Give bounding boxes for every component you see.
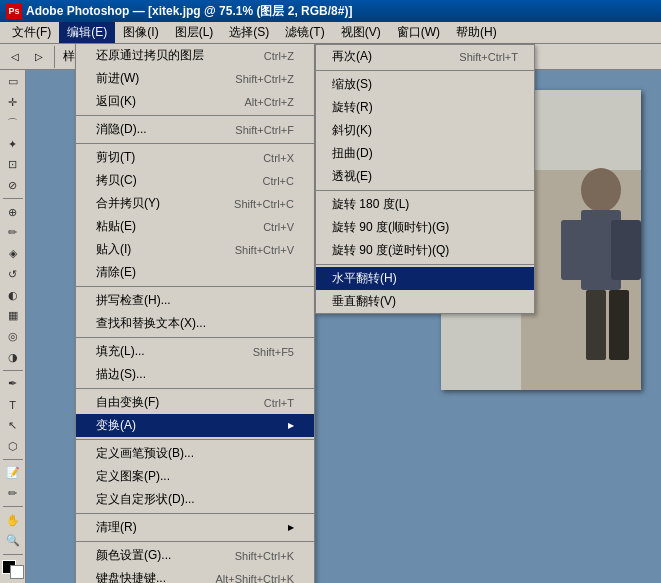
menu-item-define-brush-label: 定义画笔预设(B)... [96, 445, 194, 462]
menu-item-free-transform[interactable]: 自由变换(F) Ctrl+T [76, 391, 314, 414]
menu-item-backward-label: 返回(K) [96, 93, 136, 110]
text-tool[interactable]: T [2, 395, 24, 415]
lasso-tool[interactable]: ⌒ [2, 113, 24, 133]
menu-sep-4 [76, 337, 314, 338]
menu-item-findreplace[interactable]: 查找和替换文本(X)... [76, 312, 314, 335]
menu-item-keyboard-label: 键盘快捷键... [96, 570, 166, 583]
clone-stamp-tool[interactable]: ◈ [2, 244, 24, 264]
move-tool[interactable]: ✛ [2, 93, 24, 113]
menu-item-backward[interactable]: 返回(K) Alt+Ctrl+Z [76, 90, 314, 113]
eraser-tool[interactable]: ◐ [2, 285, 24, 305]
healing-brush-tool[interactable]: ⊕ [2, 202, 24, 222]
menu-item-fade-shortcut: Shift+Ctrl+F [215, 124, 294, 136]
menu-file[interactable]: 文件(F) [4, 22, 59, 43]
title-text: Adobe Photoshop — [xitek.jpg @ 75.1% (图层… [26, 3, 352, 20]
submenu-item-again[interactable]: 再次(A) Shift+Ctrl+T [316, 45, 534, 68]
menu-item-copy-merged-label: 合并拷贝(Y) [96, 195, 160, 212]
toolbar-btn-2[interactable]: ▷ [28, 46, 50, 68]
menu-item-cut-shortcut: Ctrl+X [243, 152, 294, 164]
menu-item-transform[interactable]: 变换(A) [76, 414, 314, 437]
menu-item-color-settings-shortcut: Shift+Ctrl+K [215, 550, 294, 562]
rectangular-marquee-tool[interactable]: ▭ [2, 72, 24, 92]
submenu-item-flip-horizontal[interactable]: 水平翻转(H) [316, 267, 534, 290]
brush-tool[interactable]: ✏ [2, 223, 24, 243]
background-color[interactable] [10, 565, 24, 579]
blur-tool[interactable]: ◎ [2, 327, 24, 347]
history-brush-tool[interactable]: ↺ [2, 265, 24, 285]
toolbox: ▭ ✛ ⌒ ✦ ⊡ ⊘ ⊕ ✏ ◈ ↺ ◐ ▦ ◎ ◑ ✒ T ↖ ⬡ 📝 ✏ … [0, 70, 26, 583]
menu-item-color-settings[interactable]: 颜色设置(G)... Shift+Ctrl+K [76, 544, 314, 567]
submenu-item-scale[interactable]: 缩放(S) [316, 73, 534, 96]
menu-select[interactable]: 选择(S) [221, 22, 277, 43]
submenu-item-rotate90cw-label: 旋转 90 度(顺时针)(G) [332, 219, 449, 236]
menu-item-define-shape[interactable]: 定义自定形状(D)... [76, 488, 314, 511]
menu-item-define-brush[interactable]: 定义画笔预设(B)... [76, 442, 314, 465]
menu-sep-6 [76, 439, 314, 440]
color-swatch[interactable] [2, 560, 24, 580]
menu-item-forward[interactable]: 前进(W) Shift+Ctrl+Z [76, 67, 314, 90]
submenu-item-skew[interactable]: 斜切(K) [316, 119, 534, 142]
menu-item-purge[interactable]: 清理(R) [76, 516, 314, 539]
notes-tool[interactable]: 📝 [2, 463, 24, 483]
menu-item-paste-into[interactable]: 贴入(I) Shift+Ctrl+V [76, 238, 314, 261]
menu-item-copy[interactable]: 拷贝(C) Ctrl+C [76, 169, 314, 192]
shape-tool[interactable]: ⬡ [2, 436, 24, 456]
menu-help[interactable]: 帮助(H) [448, 22, 505, 43]
menu-item-cut[interactable]: 剪切(T) Ctrl+X [76, 146, 314, 169]
menu-sep-3 [76, 286, 314, 287]
menu-item-color-settings-label: 颜色设置(G)... [96, 547, 171, 564]
submenu-item-perspective-label: 透视(E) [332, 168, 372, 185]
menu-view[interactable]: 视图(V) [333, 22, 389, 43]
menu-item-purge-label: 清理(R) [96, 519, 137, 536]
svg-rect-4 [561, 220, 591, 280]
menu-item-clear[interactable]: 清除(E) [76, 261, 314, 284]
submenu-item-again-label: 再次(A) [332, 48, 372, 65]
menu-item-fill[interactable]: 填充(L)... Shift+F5 [76, 340, 314, 363]
menu-item-free-transform-shortcut: Ctrl+T [244, 397, 294, 409]
submenu-item-rotate90ccw[interactable]: 旋转 90 度(逆时针)(Q) [316, 239, 534, 262]
tool-separator-3 [3, 459, 23, 460]
path-selection-tool[interactable]: ↖ [2, 416, 24, 436]
dodge-tool[interactable]: ◑ [2, 347, 24, 367]
menu-sep-1 [76, 115, 314, 116]
submenu-item-again-shortcut: Shift+Ctrl+T [439, 51, 518, 63]
menu-item-paste[interactable]: 粘贴(E) Ctrl+V [76, 215, 314, 238]
submenu-item-flip-vertical[interactable]: 垂直翻转(V) [316, 290, 534, 313]
pen-tool[interactable]: ✒ [2, 374, 24, 394]
submenu-item-rotate[interactable]: 旋转(R) [316, 96, 534, 119]
submenu-item-distort[interactable]: 扭曲(D) [316, 142, 534, 165]
menu-sep-8 [76, 541, 314, 542]
menu-item-fade[interactable]: 消隐(D)... Shift+Ctrl+F [76, 118, 314, 141]
submenu-item-rotate90cw[interactable]: 旋转 90 度(顺时针)(G) [316, 216, 534, 239]
menu-item-copy-merged[interactable]: 合并拷贝(Y) Shift+Ctrl+C [76, 192, 314, 215]
hand-tool[interactable]: ✋ [2, 510, 24, 530]
tool-separator-1 [3, 198, 23, 199]
menu-item-define-pattern-label: 定义图案(P)... [96, 468, 170, 485]
menu-filter[interactable]: 滤镜(T) [277, 22, 332, 43]
toolbar-btn-1[interactable]: ◁ [4, 46, 26, 68]
menu-edit[interactable]: 编辑(E) [59, 22, 115, 43]
svg-rect-7 [609, 290, 629, 360]
menu-window[interactable]: 窗口(W) [389, 22, 448, 43]
zoom-tool[interactable]: 🔍 [2, 531, 24, 551]
gradient-tool[interactable]: ▦ [2, 306, 24, 326]
tool-separator-5 [3, 554, 23, 555]
menu-item-keyboard[interactable]: 键盘快捷键... Alt+Shift+Ctrl+K [76, 567, 314, 583]
menu-item-define-shape-label: 定义自定形状(D)... [96, 491, 195, 508]
menu-item-copy-merged-shortcut: Shift+Ctrl+C [214, 198, 294, 210]
eyedropper-tool[interactable]: ✏ [2, 484, 24, 504]
menu-item-backward-shortcut: Alt+Ctrl+Z [224, 96, 294, 108]
menu-layer[interactable]: 图层(L) [167, 22, 222, 43]
slice-tool[interactable]: ⊘ [2, 176, 24, 196]
submenu-item-rotate180[interactable]: 旋转 180 度(L) [316, 193, 534, 216]
crop-tool[interactable]: ⊡ [2, 155, 24, 175]
menu-item-stroke[interactable]: 描边(S)... [76, 363, 314, 386]
menu-item-undo[interactable]: 还原通过拷贝的图层 Ctrl+Z [76, 44, 314, 67]
magic-wand-tool[interactable]: ✦ [2, 134, 24, 154]
menu-image[interactable]: 图像(I) [115, 22, 166, 43]
submenu-item-perspective[interactable]: 透视(E) [316, 165, 534, 188]
menu-item-spellcheck[interactable]: 拼写检查(H)... [76, 289, 314, 312]
menu-item-define-pattern[interactable]: 定义图案(P)... [76, 465, 314, 488]
menu-item-transform-label: 变换(A) [96, 417, 136, 434]
edit-menu-dropdown: 还原通过拷贝的图层 Ctrl+Z 前进(W) Shift+Ctrl+Z 返回(K… [75, 44, 315, 583]
